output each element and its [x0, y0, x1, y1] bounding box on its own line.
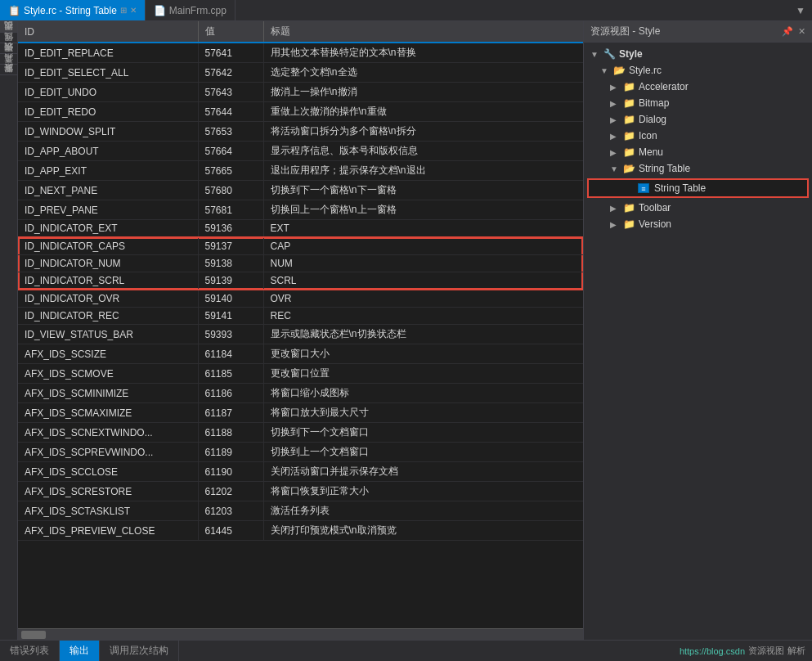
string-table-scroll[interactable]: ID 值 标题 ID_EDIT_REPLACE57641用其他文本替换特定的文本… — [18, 21, 583, 628]
table-row[interactable]: ID_PREV_PANE57681切换回上一个窗格\n上一窗格 — [18, 200, 583, 220]
table-row[interactable]: ID_INDICATOR_NUM59138NUM — [18, 255, 583, 272]
table-row[interactable]: ID_INDICATOR_CAPS59137CAP — [18, 237, 583, 255]
cell-value: 57642 — [198, 63, 263, 83]
tree-item[interactable]: ▶📁Dialog — [584, 111, 812, 128]
cell-id: AFX_IDS_SCTASKLIST — [18, 501, 198, 521]
tree-label: Bitmap — [639, 97, 669, 109]
table-row[interactable]: AFX_IDS_SCTASKLIST61203激活任务列表 — [18, 501, 583, 521]
tree-label: String Table — [654, 182, 706, 194]
table-row[interactable]: ID_APP_EXIT57665退出应用程序；提示保存文档\n退出 — [18, 161, 583, 181]
bottom-tab-输出[interactable]: 输出 — [60, 641, 100, 661]
cell-value: 59136 — [198, 220, 263, 238]
right-panel-pin[interactable]: 📌 — [782, 26, 793, 37]
table-row[interactable]: ID_APP_ABOUT57664显示程序信息、版本号和版权信息 — [18, 142, 583, 161]
cell-id: ID_EDIT_REDO — [18, 102, 198, 122]
right-panel-close[interactable]: ✕ — [798, 26, 805, 37]
table-row[interactable]: ID_VIEW_STATUS_BAR59393显示或隐藏状态栏\n切换状态栏 — [18, 325, 583, 344]
table-row[interactable]: ID_EDIT_REDO57644重做上次撤消的操作\n重做 — [18, 102, 583, 122]
bottom-tab-错误列表[interactable]: 错误列表 — [0, 641, 60, 661]
table-header: ID 值 标题 — [18, 21, 583, 43]
cell-value: 61189 — [198, 443, 263, 462]
left-strip-properties[interactable]: 属性 — [0, 43, 17, 53]
status-link[interactable]: https://blog.csdn — [680, 646, 745, 656]
tab-close-button[interactable]: ✕ — [130, 6, 137, 15]
tab-icon2: 📄 — [154, 5, 166, 16]
tree-arrow: ▶ — [610, 132, 620, 141]
cell-id: ID_INDICATOR_REC — [18, 308, 198, 325]
bottom-tabs: 错误列表输出调用层次结构 — [0, 641, 179, 661]
table-row[interactable]: AFX_IDS_SCMAXIMIZE61187将窗口放大到最大尺寸 — [18, 403, 583, 423]
table-row[interactable]: AFX_IDS_SCMINIMIZE61186将窗口缩小成图标 — [18, 384, 583, 403]
tab-bar: 📋 Style.rc - String Table ⊞ ✕ 📄 MainFrm.… — [0, 0, 812, 21]
cell-value: 57641 — [198, 43, 263, 63]
tree-icon: 📂 — [613, 65, 626, 76]
left-strip-toolbox[interactable]: 工具箱 — [0, 64, 17, 74]
cell-id: ID_WINDOW_SPLIT — [18, 122, 198, 142]
table-row[interactable]: AFX_IDS_SCCLOSE61190关闭活动窗口并提示保存文档 — [18, 462, 583, 482]
col-header-value: 值 — [198, 21, 263, 43]
scroll-thumb[interactable] — [21, 631, 46, 639]
left-strip-resource-view[interactable]: 资源视图 — [0, 21, 17, 32]
right-panel-controls: 📌 ✕ — [782, 26, 805, 37]
tree-label: Menu — [639, 146, 663, 158]
cell-value: 61445 — [198, 521, 263, 541]
tree-item[interactable]: ≡String Table — [587, 178, 809, 198]
cell-value: 61186 — [198, 384, 263, 403]
left-strip-solution[interactable]: 解决方案 — [0, 74, 17, 85]
cell-title: 选定整个文档\n全选 — [263, 63, 583, 83]
table-row[interactable]: ID_WINDOW_SPLIT57653将活动窗口拆分为多个窗格\n拆分 — [18, 122, 583, 142]
tree-item[interactable]: ▼📂String Table — [584, 160, 812, 177]
cell-id: ID_INDICATOR_NUM — [18, 255, 198, 272]
tree-arrow: ▼ — [590, 50, 600, 59]
table-row[interactable]: AFX_IDS_SCNEXTWINDO...61188切换到下一个文档窗口 — [18, 423, 583, 443]
tree-icon: 📁 — [623, 218, 635, 230]
table-row[interactable]: AFX_IDS_SCPREVWINDO...61189切换到上一个文档窗口 — [18, 443, 583, 462]
table-row[interactable]: AFX_IDS_SCRESTORE61202将窗口恢复到正常大小 — [18, 482, 583, 501]
tree-label: String Table — [639, 163, 690, 174]
cell-value: 59393 — [198, 325, 263, 344]
horizontal-scrollbar[interactable] — [18, 628, 583, 640]
tree-item[interactable]: ▼📂Style.rc — [584, 62, 812, 79]
tree-item[interactable]: ▶📁Icon — [584, 128, 812, 144]
tree-item[interactable]: ▶📁Menu — [584, 144, 812, 160]
table-row[interactable]: ID_INDICATOR_OVR59140OVR — [18, 290, 583, 308]
cell-id: AFX_IDS_SCSIZE — [18, 344, 198, 364]
table-row[interactable]: ID_NEXT_PANE57680切换到下一个窗格\n下一窗格 — [18, 181, 583, 200]
right-panel-title: 资源视图 - Style — [590, 25, 660, 38]
table-row[interactable]: ID_EDIT_UNDO57643撤消上一操作\n撤消 — [18, 83, 583, 102]
table-row[interactable]: ID_INDICATOR_SCRL59139SCRL — [18, 272, 583, 290]
table-row[interactable]: AFX_IDS_SCMOVE61185更改窗口位置 — [18, 364, 583, 384]
bottom-tab-调用层次结构[interactable]: 调用层次结构 — [100, 641, 179, 661]
table-row[interactable]: AFX_IDS_PREVIEW_CLOSE61445关闭打印预览模式\n取消预览 — [18, 521, 583, 541]
cell-id: ID_EDIT_REPLACE — [18, 43, 198, 63]
cell-id: AFX_IDS_SCPREVWINDO... — [18, 443, 198, 462]
tree-item[interactable]: ▶📁Toolbar — [584, 200, 812, 216]
left-strip-error-list[interactable]: 错误列表 — [0, 53, 17, 64]
cell-id: ID_INDICATOR_SCRL — [18, 272, 198, 290]
cell-title: 关闭打印预览模式\n取消预览 — [263, 521, 583, 541]
tab-string-table[interactable]: 📋 Style.rc - String Table ⊞ ✕ — [0, 0, 146, 20]
tree-label: Style — [619, 48, 643, 60]
bottom-area: 错误列表输出调用层次结构 https://blog.csdn 资源视图 解析 — [0, 640, 812, 661]
cell-value: 61184 — [198, 344, 263, 364]
cell-id: ID_VIEW_STATUS_BAR — [18, 325, 198, 344]
table-row[interactable]: ID_EDIT_REPLACE57641用其他文本替换特定的文本\n替换 — [18, 43, 583, 63]
cell-id: ID_NEXT_PANE — [18, 181, 198, 200]
table-row[interactable]: AFX_IDS_SCSIZE61184更改窗口大小 — [18, 344, 583, 364]
pin-icon[interactable]: ⊞ — [120, 6, 127, 15]
tree-item[interactable]: ▶📁Version — [584, 216, 812, 232]
table-row[interactable]: ID_INDICATOR_REC59141REC — [18, 308, 583, 325]
right-panel: 资源视图 - Style 📌 ✕ ▼🔧Style▼📂Style.rc▶📁Acce… — [583, 21, 812, 640]
tab-bar-end: ▼ — [789, 0, 812, 20]
cell-value: 57681 — [198, 200, 263, 220]
table-row[interactable]: ID_EDIT_SELECT_ALL57642选定整个文档\n全选 — [18, 63, 583, 83]
left-strip-class-view[interactable]: 类视图 — [0, 32, 17, 43]
cell-value: 59140 — [198, 290, 263, 308]
tab-mainfrm[interactable]: 📄 MainFrm.cpp — [146, 0, 236, 20]
tree-item[interactable]: ▶📁Accelerator — [584, 79, 812, 95]
cell-title: 显示程序信息、版本号和版权信息 — [263, 142, 583, 161]
table-row[interactable]: ID_INDICATOR_EXT59136EXT — [18, 220, 583, 238]
tree-item[interactable]: ▶📁Bitmap — [584, 95, 812, 111]
dropdown-icon[interactable]: ▼ — [796, 5, 805, 16]
tree-item[interactable]: ▼🔧Style — [584, 46, 812, 62]
